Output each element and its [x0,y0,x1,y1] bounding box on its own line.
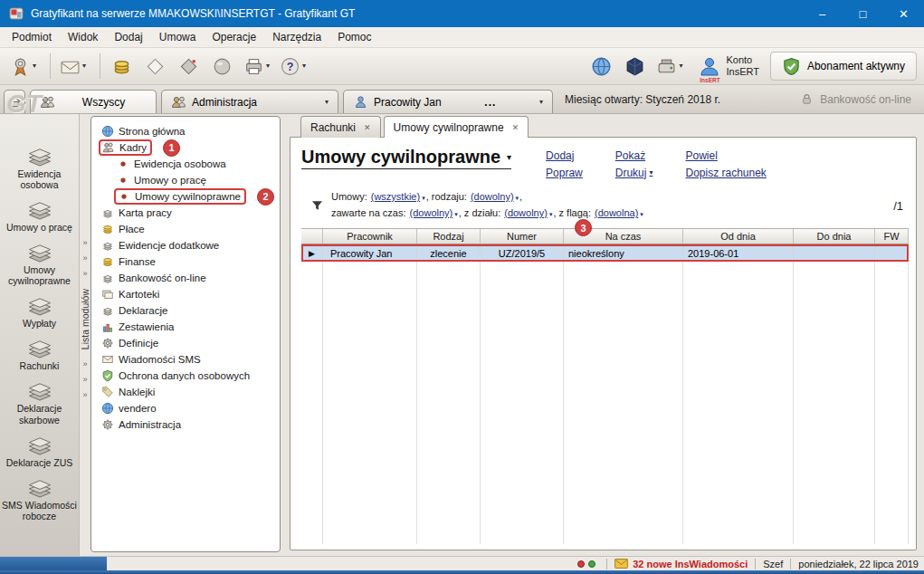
diamond-button[interactable] [140,52,169,81]
page-title[interactable]: Umowy cywilnoprawne ▾ [301,147,511,169]
tree-item-ewidencja-osobowa[interactable]: Ewidencja osobowa [95,156,276,172]
action-link-powiel[interactable]: Powiel [685,149,766,162]
sweep-button[interactable] [174,52,203,81]
coins-button[interactable] [107,52,136,81]
pracownik-more-button[interactable]: ... [481,96,499,109]
tree-item-umowy-cywilnoprawne[interactable]: Umowy cywilnoprawne2 [95,188,276,205]
menu-item-podmiot[interactable]: Podmiot [4,28,60,46]
menu-item-dodaj[interactable]: Dodaj [106,28,150,46]
column-header-fw[interactable]: FW [875,229,909,244]
filter-funnel-icon[interactable] [311,200,323,211]
column-header-numer[interactable]: Numer [481,229,564,244]
menu-item-pomoc[interactable]: Pomoc [329,28,379,46]
column-header-pracownik[interactable]: Pracownik [323,229,417,244]
tree-item-administracja[interactable]: Administracja [95,416,276,433]
abonament-button[interactable]: Abonament aktywny [770,52,917,81]
menu-item-umowa[interactable]: Umowa [151,28,205,46]
mail-icon [101,353,114,366]
tree-item-place[interactable]: Płace [95,221,276,237]
filter-link-dowolny[interactable]: (dowolny) [504,207,548,218]
tree-item-deklaracje[interactable]: Deklaracje [95,302,276,319]
tree-item-kadry[interactable]: Kadry1 [95,139,276,156]
chevron-down-icon[interactable]: ▾ [507,152,511,162]
bullet-icon [117,174,129,187]
column-header-rodzaj[interactable]: Rodzaj [417,229,481,244]
filter-link-dowolny[interactable]: (dowolny) [410,207,453,218]
printer-button[interactable]: ▾ [241,52,272,81]
tab-close-icon[interactable]: ✕ [512,123,519,132]
wszyscy-tab[interactable]: Wszyscy [30,90,157,113]
dropdown-caret-icon[interactable]: ▾ [516,195,519,201]
chevron-down-icon[interactable]: ▾ [325,99,329,106]
seal-button[interactable]: ▾ [7,52,39,81]
column-header-do-dnia[interactable]: Do dnia [794,229,875,244]
module-sms-wiadomosci-robocze[interactable]: SMS Wiadomości robocze [1,476,79,521]
fax-button[interactable]: ▾ [653,52,685,81]
pracownik-tab[interactable]: Pracowity Jan ... ▾ [343,90,553,113]
module-umowy-o-prace[interactable]: Umowy o pracę [1,198,79,233]
tree-item-wiadomosci-sms[interactable]: Wiadomości SMS [95,351,276,368]
close-button[interactable]: ✕ [883,0,924,27]
lista-modulow-splitter[interactable]: » » » Lista modułów » » » [80,114,90,556]
action-link-drukuj[interactable]: Drukuj▾ [615,167,653,179]
action-link-pokaz[interactable]: Pokaż [615,149,653,162]
expand-chevron-icon[interactable]: » [82,387,87,403]
bankowosc-online-button[interactable]: Bankowość on-line [799,92,920,113]
dropdown-caret-icon[interactable]: ▾ [422,195,425,201]
tree-item-ochrona-danych-osobowych[interactable]: Ochrona danych osobowych [95,368,276,384]
tree-item-naklejki[interactable]: Naklejki [95,384,276,400]
help-button[interactable]: ?▾ [277,52,309,81]
module-deklaracje-zus[interactable]: Deklaracje ZUS [1,434,79,468]
doc-tab-rachunki[interactable]: Rachunki✕ [300,116,381,138]
chevron-down-icon[interactable]: ▾ [539,99,543,106]
tree-item-ewidencje-dodatkowe[interactable]: Ewidencje dodatkowe [95,237,276,254]
abonament-label: Abonament aktywny [807,60,905,72]
column-header-od-dnia[interactable]: Od dnia [683,229,794,244]
tree-item-umowy-o-prace[interactable]: Umowy o pracę [95,172,276,188]
tree-item-zestawienia[interactable]: Zestawienia [95,319,276,335]
menu-item-narzedzia[interactable]: Narzędzia [264,28,329,46]
filter-link-dowolna[interactable]: (dowolna) [595,207,638,218]
menu-item-widok[interactable]: Widok [60,28,106,46]
tree-item-strona-glowna[interactable]: Strona główna [95,123,276,139]
filter-link-dowolny[interactable]: (dowolny) [471,191,514,202]
action-link-dopisz-rachunek[interactable]: Dopisz rachunek [685,167,766,179]
maximize-button[interactable]: □ [843,0,883,27]
minimize-button[interactable]: – [802,0,843,27]
tree-item-definicje[interactable]: Definicje [95,335,276,351]
module-wyplaty[interactable]: Wypłaty [1,294,79,329]
module-umowy-cywilnoprawne[interactable]: Umowy cywilnoprawne [1,241,79,286]
expand-chevron-icon[interactable]: » [82,235,87,251]
grid-column-line [481,262,564,544]
tree-item-karta-pracy[interactable]: Karta pracy [95,205,276,221]
action-link-dodaj[interactable]: Dodaj [546,149,583,162]
expand-chevron-icon[interactable]: » [82,266,87,282]
cube-button[interactable] [620,52,649,81]
content-header: Umowy cywilnoprawne ▾ DodajPoprawPokażDr… [301,147,909,181]
inswiadomosci-link[interactable]: 32 nowe InsWiadomości [614,559,748,569]
module-ewidencja-osobowa[interactable]: Ewidencja osobowa [1,145,79,190]
tree-item-kartoteki[interactable]: Kartoteki [95,286,276,302]
tree-item-finanse[interactable]: Finanse [95,254,276,270]
dropdown-caret-icon[interactable]: ▾ [549,211,553,217]
dropdown-caret-icon[interactable]: ▾ [454,211,458,217]
sphere-button[interactable] [207,52,236,81]
tree-item-bankowosc-on-line[interactable]: Bankowość on-line [95,270,276,286]
tab-close-icon[interactable]: ✕ [364,123,371,132]
expand-chevron-icon[interactable]: » [82,357,87,372]
konto-insert-button[interactable]: InsERT Konto InsERT [699,54,758,78]
filter-link-wszystkie[interactable]: (wszystkie) [371,191,420,202]
doc-tab-umowy-cywilnoprawne[interactable]: Umowy cywilnoprawne✕ [384,116,529,138]
menu-item-operacje[interactable]: Operacje [204,28,264,46]
expand-chevron-icon[interactable]: » [82,251,87,266]
action-link-popraw[interactable]: Popraw [546,167,583,179]
envelope-button[interactable]: ▾ [57,52,89,81]
module-deklaracje-skarbowe[interactable]: Deklaracje skarbowe [1,379,79,425]
dropdown-caret-icon[interactable]: ▾ [640,211,643,217]
globe-button[interactable] [586,52,615,81]
tree-item-vendero[interactable]: vendero [95,400,276,416]
module-rachunki[interactable]: Rachunki [1,337,79,371]
table-row[interactable]: ▶Pracowity JanzlecenieUZ/2019/5nieokreśl… [301,244,909,262]
expand-chevron-icon[interactable]: » [82,372,87,387]
administracja-tab[interactable]: Administracja ▾ [161,90,338,113]
